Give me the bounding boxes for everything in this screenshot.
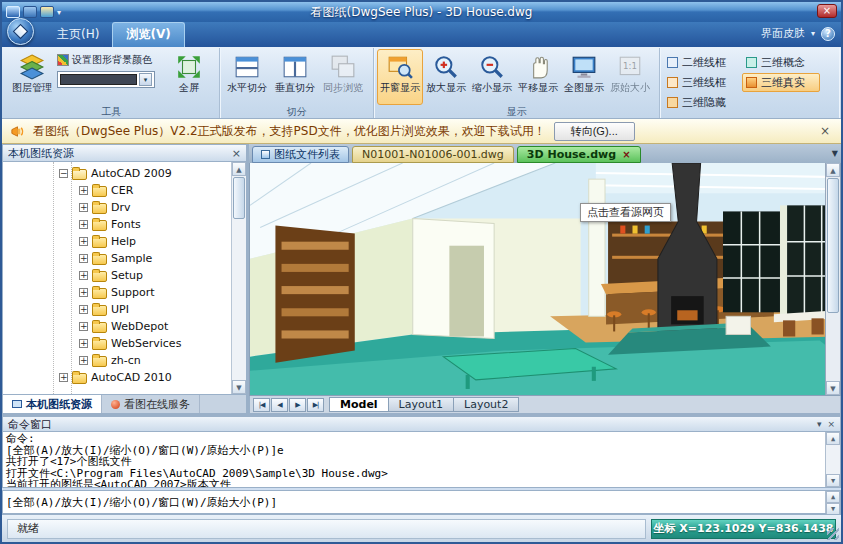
file-list-button[interactable]: 图纸文件列表 xyxy=(252,146,349,163)
first-page-button[interactable]: |◀ xyxy=(253,398,270,412)
tree-item-autocad-2009[interactable]: −AutoCAD 2009 xyxy=(3,165,246,182)
scroll-up-icon[interactable]: ▲ xyxy=(232,162,246,176)
expander-icon[interactable]: + xyxy=(79,322,88,331)
input-scrollbar[interactable]: ▲ ▼ xyxy=(825,491,840,513)
next-page-button[interactable]: ▶ xyxy=(289,398,306,412)
original-size-icon: 1:1 xyxy=(617,54,643,80)
scroll-up-icon[interactable]: ▲ xyxy=(826,163,840,177)
close-button[interactable]: × xyxy=(817,4,837,18)
expander-icon[interactable]: + xyxy=(79,220,88,229)
tree-item-zh-cn[interactable]: +zh-cn xyxy=(3,352,246,369)
background-color-combo[interactable]: ▾ xyxy=(57,71,155,88)
collapse-icon[interactable]: ▾ xyxy=(817,419,822,429)
fullscreen-button[interactable]: 全屏 xyxy=(165,49,213,105)
combo-chevron-icon[interactable]: ▾ xyxy=(139,73,152,86)
expander-icon[interactable]: + xyxy=(59,373,68,382)
render-mode-button-3[interactable]: 三维隐藏 xyxy=(663,93,741,112)
command-line: 共打开了<17>个图纸文件 xyxy=(6,456,822,468)
pan-button[interactable]: 平移显示 xyxy=(515,49,561,105)
render-mode-button-2[interactable]: 三维线框 xyxy=(663,73,741,92)
skin-chevron-icon[interactable]: ▾ xyxy=(811,29,815,38)
expander-icon[interactable]: + xyxy=(79,356,88,365)
layout-tab-model[interactable]: Model xyxy=(329,397,389,412)
tree-item-sample[interactable]: +Sample xyxy=(3,250,246,267)
tree-item-label: Support xyxy=(111,286,154,299)
scroll-down-icon[interactable]: ▼ xyxy=(826,381,840,395)
scroll-down-icon[interactable]: ▼ xyxy=(826,474,840,487)
expander-icon[interactable]: + xyxy=(79,288,88,297)
doc-tab-n01001[interactable]: N01001-N01006-001.dwg xyxy=(352,146,514,163)
tree-item-upi[interactable]: +UPI xyxy=(3,301,246,318)
expander-icon[interactable]: + xyxy=(79,305,88,314)
tree-scrollbar[interactable]: ▲ ▼ xyxy=(231,162,246,394)
expander-icon[interactable]: + xyxy=(79,339,88,348)
save-icon[interactable] xyxy=(23,6,37,18)
help-button[interactable]: ? xyxy=(821,27,835,41)
ribbon-group-render-modes: 二维线框三维线框三维隐藏三维概念三维真实 xyxy=(660,48,839,118)
original-size-button[interactable]: 1:1 原始大小 xyxy=(607,49,653,105)
panel-close-icon[interactable]: × xyxy=(232,147,241,160)
command-output[interactable]: 命令:[全部(A)/放大(I)/缩小(O)/窗口(W)/原始大小(P)]e共打开… xyxy=(2,432,841,488)
doc-tab-3d-house[interactable]: 3D House.dwg × xyxy=(517,146,641,163)
skin-selector[interactable]: 界面皮肤 xyxy=(761,26,805,41)
source-page-tooltip[interactable]: 点击查看源网页 xyxy=(580,203,671,222)
tree-item-cer[interactable]: +CER xyxy=(3,182,246,199)
scroll-down-icon[interactable]: ▼ xyxy=(232,380,246,394)
tree-item-support[interactable]: +Support xyxy=(3,284,246,301)
tree-item-label: Fonts xyxy=(111,218,141,231)
tab-home[interactable]: 主页(H) xyxy=(44,23,112,47)
expander-icon[interactable]: + xyxy=(79,186,88,195)
expander-icon[interactable]: + xyxy=(79,237,88,246)
tab-online-service[interactable]: 看图在线服务 xyxy=(102,395,200,413)
tree-item-drv[interactable]: +Drv xyxy=(3,199,246,216)
tab-browse[interactable]: 浏览(V) xyxy=(112,22,184,47)
layout-tab-layout2[interactable]: Layout2 xyxy=(453,397,519,412)
tab-close-icon[interactable]: × xyxy=(622,149,630,160)
render-mode-button-1[interactable]: 二维线框 xyxy=(663,53,741,72)
tab-overflow-chevron-icon[interactable]: ▼ xyxy=(832,149,838,158)
tree-item-autocad-2010[interactable]: +AutoCAD 2010 xyxy=(3,369,246,386)
sync-browse-button[interactable]: 同步浏览 xyxy=(319,49,367,105)
scroll-up-icon[interactable]: ▲ xyxy=(826,491,840,503)
go-to-button[interactable]: 转向(G)... xyxy=(554,122,635,141)
tab-local-resources[interactable]: 本机图纸资源 xyxy=(3,395,102,413)
drawing-canvas[interactable]: 点击查看源网页 ▲ ▼ xyxy=(249,163,841,396)
window-zoom-button[interactable]: 开窗显示 xyxy=(377,49,423,105)
viewer-scrollbar[interactable]: ▲ ▼ xyxy=(825,163,840,395)
tree-item-label: AutoCAD 2010 xyxy=(91,371,172,384)
fit-all-button[interactable]: 全图显示 xyxy=(561,49,607,105)
tree-item-fonts[interactable]: +Fonts xyxy=(3,216,246,233)
notification-close-icon[interactable]: × xyxy=(817,124,833,138)
layer-manager-button[interactable]: 图层管理 xyxy=(7,49,57,105)
render-mode-button-4[interactable]: 三维概念 xyxy=(742,53,820,72)
expander-icon[interactable]: + xyxy=(79,271,88,280)
group-label-tools: 工具 xyxy=(7,105,216,118)
resize-grip[interactable] xyxy=(827,528,839,540)
zoom-out-button[interactable]: 缩小显示 xyxy=(469,49,515,105)
render-mode-button-5[interactable]: 三维真实 xyxy=(742,73,820,92)
command-input[interactable]: [全部(A)/放大(I)/缩小(O)/窗口(W)/原始大小(P)] ▲ ▼ xyxy=(2,490,841,514)
vertical-split-button[interactable]: 垂直切分 xyxy=(271,49,319,105)
command-close-icon[interactable]: × xyxy=(827,419,835,429)
expander-icon[interactable]: + xyxy=(79,254,88,263)
chevron-down-icon[interactable]: ▾ xyxy=(57,8,61,17)
prev-page-button[interactable]: ◀ xyxy=(271,398,288,412)
resource-panel-header: 本机图纸资源 × xyxy=(2,144,247,162)
tree-item-setup[interactable]: +Setup xyxy=(3,267,246,284)
viewer-scroll-thumb[interactable] xyxy=(827,178,839,313)
main-area: 本机图纸资源 × −AutoCAD 2009+CER+Drv+Fonts+Hel… xyxy=(2,144,841,414)
layout-tab-layout1[interactable]: Layout1 xyxy=(388,397,454,412)
scroll-up-icon[interactable]: ▲ xyxy=(826,432,840,445)
expander-icon[interactable]: − xyxy=(59,169,68,178)
tree-item-webdepot[interactable]: +WebDepot xyxy=(3,318,246,335)
expander-icon[interactable]: + xyxy=(79,203,88,212)
command-scrollbar[interactable]: ▲ ▼ xyxy=(825,432,840,487)
tree-item-webservices[interactable]: +WebServices xyxy=(3,335,246,352)
picture-icon[interactable] xyxy=(40,6,54,18)
last-page-button[interactable]: ▶| xyxy=(307,398,324,412)
tree-scroll-thumb[interactable] xyxy=(233,177,245,219)
tree-item-help[interactable]: +Help xyxy=(3,233,246,250)
horizontal-split-button[interactable]: 水平切分 xyxy=(223,49,271,105)
zoom-in-button[interactable]: 放大显示 xyxy=(423,49,469,105)
application-orb-button[interactable] xyxy=(7,18,34,45)
